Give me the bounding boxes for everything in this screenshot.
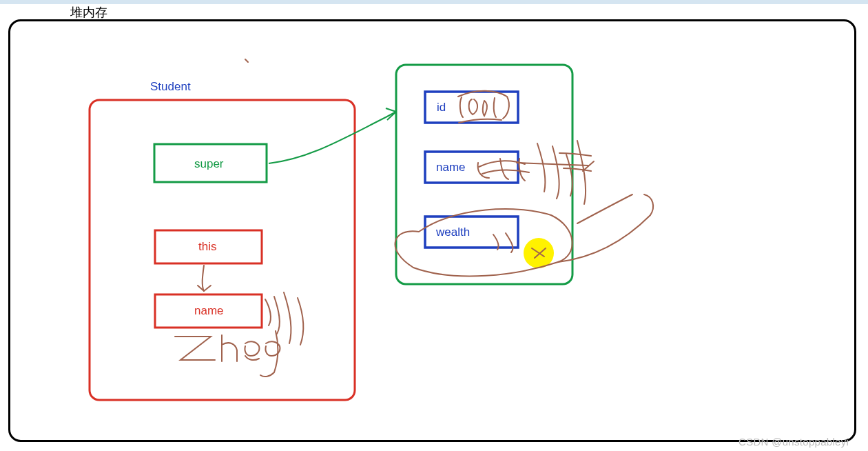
this-label: this [198,240,216,254]
watermark: CSDN @unstoppableyi [738,436,849,448]
id-label: id [437,101,446,114]
parent-name-label: name [436,161,466,174]
super-label: super [194,157,224,171]
top-bar [0,0,868,4]
left-name-label: name [194,304,224,318]
heap-memory-label: 堆内存 [70,4,107,21]
wealth-label: wealth [436,226,470,239]
heap-memory-frame [8,19,856,442]
student-title: Student [150,80,191,94]
